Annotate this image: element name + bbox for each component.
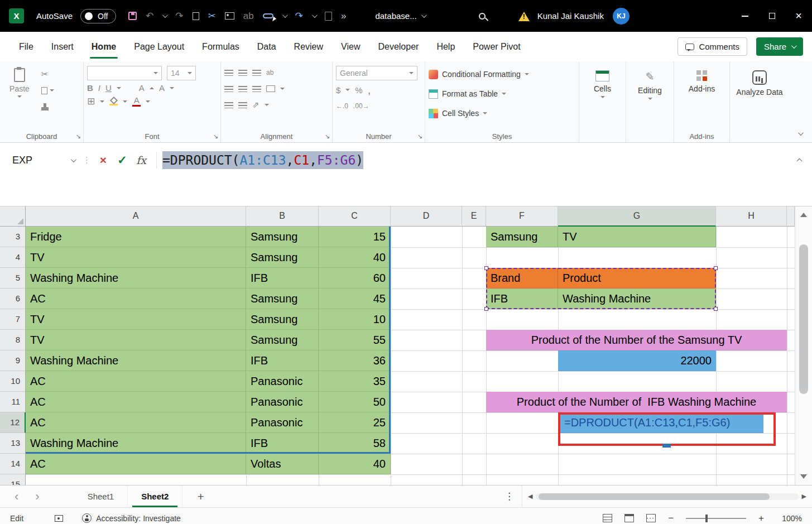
accessibility-status[interactable]: Accessibility: Investigate	[96, 514, 181, 523]
cell-B7[interactable]: Samsung	[246, 309, 319, 330]
add-sheet-button[interactable]: +	[197, 490, 204, 503]
cell-B13[interactable]: IFB	[246, 433, 319, 454]
comments-button[interactable]: Comments	[678, 37, 747, 56]
cell-C4[interactable]: 40	[319, 247, 391, 268]
scroll-right-icon[interactable]: ▶	[802, 493, 806, 500]
cell-F3[interactable]: Samsung	[486, 227, 558, 247]
col-header-B[interactable]: B	[246, 206, 319, 227]
percent-style-button[interactable]: %	[355, 85, 362, 95]
tab-home[interactable]: Home	[83, 32, 125, 61]
tab-file[interactable]: File	[10, 32, 42, 61]
cells-button[interactable]: Cells	[583, 66, 622, 98]
cell-A5[interactable]: Washing Machine	[26, 268, 246, 289]
undo-menu-chevron-icon[interactable]	[162, 12, 168, 18]
zoom-level[interactable]: 100%	[776, 514, 802, 523]
page-break-view-icon[interactable]	[646, 514, 656, 522]
zoom-slider-thumb[interactable]	[705, 515, 708, 522]
wrap-text-button[interactable]: ab	[266, 69, 273, 76]
merge-center-button[interactable]	[266, 85, 275, 92]
analyze-data-button[interactable]: Analyze Data	[733, 66, 786, 97]
select-all-corner[interactable]	[0, 206, 26, 227]
underline-menu[interactable]	[117, 87, 121, 89]
scroll-up-icon[interactable]	[800, 213, 807, 217]
cell-C8[interactable]: 55	[319, 330, 391, 350]
cell-A13[interactable]: Washing Machine	[26, 433, 246, 454]
cell-B8[interactable]: Samsung	[246, 330, 319, 350]
cell-C14[interactable]: 40	[319, 454, 391, 474]
cell-A9[interactable]: Washing Machine	[26, 350, 246, 371]
name-box[interactable]: EXP	[8, 155, 79, 166]
align-center-button[interactable]	[238, 86, 247, 92]
cell-B9[interactable]: IFB	[246, 350, 319, 371]
col-header-D[interactable]: D	[391, 206, 462, 227]
format-as-table-button[interactable]: Format as Table	[429, 85, 575, 102]
align-left-button[interactable]	[224, 86, 233, 92]
bold-button[interactable]: B	[87, 83, 93, 93]
vertical-scroll-thumb[interactable]	[799, 244, 808, 394]
find-replace-icon[interactable]: ab	[243, 11, 254, 22]
sheet-tab-sheet2[interactable]: Sheet2	[128, 485, 182, 507]
row-header-14[interactable]: 14	[0, 454, 26, 474]
cell-B3[interactable]: Samsung	[246, 227, 319, 247]
undo-icon[interactable]: ↶	[146, 10, 153, 22]
shrink-font-button[interactable]: A	[159, 83, 165, 93]
editing-button[interactable]: ✎ Editing	[630, 66, 670, 100]
col-header-G[interactable]: G	[558, 206, 716, 227]
cell-B14[interactable]: Voltas	[246, 454, 319, 474]
ribbon-collapse-button[interactable]	[789, 61, 812, 142]
insert-picture-icon[interactable]	[225, 12, 234, 20]
cell-B10[interactable]: Panasonic	[246, 371, 319, 392]
tab-developer[interactable]: Developer	[369, 32, 427, 61]
paste-button[interactable]: Paste	[3, 66, 36, 130]
autosave-toggle[interactable]: Off	[80, 9, 116, 23]
avatar[interactable]: KJ	[613, 8, 630, 25]
copy-icon[interactable]	[193, 12, 199, 20]
close-button[interactable]: ×	[785, 0, 812, 32]
scroll-down-icon[interactable]	[800, 474, 807, 479]
tab-formulas[interactable]: Formulas	[193, 32, 248, 61]
save-icon[interactable]	[128, 12, 137, 20]
vertical-scrollbar[interactable]	[795, 206, 812, 485]
share-button[interactable]: Share	[756, 37, 803, 56]
formula-text[interactable]: =DPRODUCT(A1:C13,C1,F5:G6)	[162, 153, 786, 167]
copy-button[interactable]	[41, 84, 54, 97]
insert-function-button[interactable]: fx	[132, 154, 151, 166]
cell-G3[interactable]: TV	[558, 227, 716, 247]
align-top-button[interactable]	[224, 70, 233, 76]
tab-help[interactable]: Help	[427, 32, 464, 61]
scroll-left-icon[interactable]: ◀	[528, 493, 532, 500]
link-menu-chevron-icon[interactable]	[282, 12, 288, 18]
col-header-H[interactable]: H	[716, 206, 787, 227]
align-right-button[interactable]	[252, 86, 261, 92]
cell-A14[interactable]: AC	[26, 454, 246, 474]
spreadsheet[interactable]: ABCDEFGH3456789101112131415FridgeSamsung…	[0, 206, 812, 485]
decrease-indent-button[interactable]	[224, 102, 233, 108]
tab-view[interactable]: View	[332, 32, 369, 61]
font-name-combo[interactable]	[87, 66, 162, 80]
cell-A11[interactable]: AC	[26, 392, 246, 412]
excel-logo-icon[interactable]: X	[9, 8, 24, 23]
borders-button[interactable]: ⊞	[87, 95, 95, 107]
decrease-decimal-button[interactable]: .00→	[353, 102, 369, 110]
cell-B11[interactable]: Panasonic	[246, 392, 319, 412]
cell-A12[interactable]: AC	[26, 412, 246, 433]
font-dialog-launcher[interactable]: ↘	[213, 133, 218, 140]
toolbar-overflow-icon[interactable]: »	[341, 11, 346, 22]
cell-C7[interactable]: 10	[319, 309, 391, 330]
alignment-dialog-launcher[interactable]: ↘	[325, 133, 330, 140]
document-name[interactable]: database...	[375, 11, 425, 21]
normal-view-icon[interactable]	[603, 514, 612, 522]
sheet-next-icon[interactable]: ›	[35, 489, 39, 504]
conditional-formatting-button[interactable]: Conditional Formatting	[429, 66, 575, 83]
sheet-prev-icon[interactable]: ‹	[15, 489, 18, 504]
sheet-bar-kebab-icon[interactable]: ⋮	[497, 491, 522, 502]
italic-button[interactable]: I	[98, 83, 100, 93]
cell-A3[interactable]: Fridge	[26, 227, 246, 247]
addins-button[interactable]: Add-ins	[678, 66, 726, 93]
row-header-6[interactable]: 6	[0, 289, 26, 309]
horizontal-scroll-thumb[interactable]	[539, 493, 770, 500]
row-header-4[interactable]: 4	[0, 247, 26, 268]
tab-power-pivot[interactable]: Power Pivot	[464, 32, 529, 61]
zoom-out-button[interactable]: −	[668, 513, 674, 524]
cell-B6[interactable]: Samsung	[246, 289, 319, 309]
